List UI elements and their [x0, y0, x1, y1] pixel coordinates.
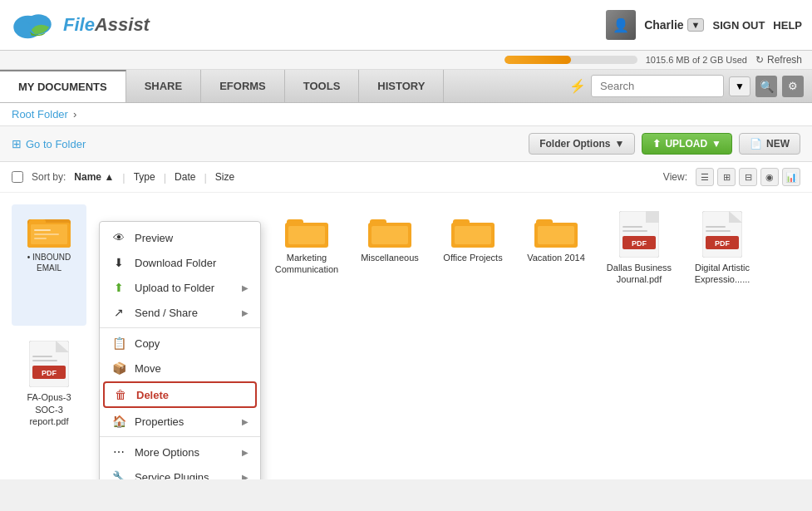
- tab-eforms[interactable]: EFORMS: [201, 70, 285, 102]
- user-dropdown[interactable]: ▼: [687, 18, 705, 32]
- delete-icon: 🗑: [113, 387, 128, 402]
- new-icon: 📄: [750, 138, 762, 150]
- ctx-download-folder[interactable]: ⬇ Download Folder: [100, 250, 260, 275]
- lightning-icon: ⚡: [569, 78, 586, 94]
- more-options-submenu-arrow: ▶: [242, 448, 249, 457]
- folder-options-button[interactable]: Folder Options ▼: [529, 133, 635, 155]
- upload-button[interactable]: ⬆ UPLOAD ▼: [642, 133, 732, 155]
- view-icons: ☰ ⊞ ⊟ ◉ 📊: [696, 168, 800, 186]
- ctx-upload-to-folder[interactable]: ⬆ Upload to Folder ▶: [100, 275, 260, 300]
- tab-share[interactable]: SHARE: [126, 70, 202, 102]
- refresh-icon: ↻: [755, 54, 764, 66]
- preview-icon: 👁: [111, 230, 126, 245]
- svg-text:PDF: PDF: [632, 239, 647, 248]
- tab-my-documents[interactable]: MY DOCUMENTS: [0, 70, 126, 102]
- tab-history[interactable]: HISTORY: [359, 70, 444, 102]
- pdf-icon-fa-opus: PDF: [29, 341, 69, 387]
- sort-by-date[interactable]: Date: [175, 171, 195, 183]
- breadcrumb: Root Folder ›: [0, 103, 812, 126]
- file-name-dallas: Dallas Business Journal.pdf: [605, 262, 673, 286]
- search-settings-button[interactable]: ⚙: [782, 76, 804, 97]
- sort-label: Sort by:: [32, 171, 66, 183]
- properties-icon: 🏠: [111, 414, 126, 429]
- file-name-office: Office Projects: [443, 252, 502, 263]
- more-options-icon: ⋯: [111, 445, 126, 459]
- sort-by-name[interactable]: Name ▲: [74, 171, 114, 183]
- user-name: Charlie ▼: [644, 18, 704, 32]
- sort-name-arrow: ▲: [104, 171, 114, 183]
- upload-to-folder-icon: ⬆: [111, 280, 126, 295]
- file-name-inbound-email: • INBOUND EMAIL: [15, 252, 83, 273]
- ctx-preview[interactable]: 👁 Preview: [100, 225, 260, 250]
- avatar: 👤: [606, 10, 636, 40]
- file-name-vacation: Vacation 2014: [527, 252, 585, 263]
- logo-icon: [10, 7, 60, 43]
- ctx-more-options[interactable]: ⋯ More Options ▶: [100, 440, 260, 464]
- storage-bar-area: 1015.6 MB of 2 GB Used ↻ Refresh: [0, 51, 812, 70]
- view-thumb-icon[interactable]: ◉: [760, 168, 779, 186]
- file-name-misc: Miscellaneous: [361, 252, 419, 263]
- goto-folder-icon: ⊞: [12, 137, 22, 150]
- copy-icon: 📋: [111, 336, 126, 351]
- search-input[interactable]: [591, 75, 724, 97]
- toolbar: ⊞ Go to Folder Folder Options ▼ ⬆ UPLOAD…: [0, 126, 812, 162]
- upload-arrow-icon: ▼: [711, 138, 721, 150]
- file-item-dallas-journal[interactable]: PDF Dallas Business Journal.pdf: [602, 204, 677, 326]
- send-share-icon: ↗: [111, 305, 126, 320]
- file-item-marketing[interactable]: Marketing Communication: [269, 204, 344, 326]
- logo-area: FileAssist: [10, 7, 150, 43]
- ctx-delete[interactable]: 🗑 Delete: [103, 381, 257, 408]
- nav-tabs: MY DOCUMENTS SHARE EFORMS TOOLS HISTORY …: [0, 70, 812, 103]
- file-item-office-projects[interactable]: Office Projects: [436, 204, 510, 326]
- goto-folder-button[interactable]: ⊞ Go to Folder: [12, 137, 86, 150]
- ctx-service-plugins[interactable]: 🔧 Service Plugins ▶: [100, 464, 260, 479]
- file-item-fa-opus[interactable]: PDF FA-Opus-3 SOC-3 report.pdf: [12, 334, 86, 468]
- svg-rect-30: [623, 230, 647, 232]
- file-name-fa-opus: FA-Opus-3 SOC-3 report.pdf: [15, 391, 83, 427]
- sign-out-link[interactable]: SIGN OUT: [712, 19, 765, 32]
- ctx-separator-2: [100, 436, 260, 437]
- ctx-move[interactable]: 📦 Move: [100, 356, 260, 381]
- breadcrumb-root[interactable]: Root Folder: [12, 108, 68, 120]
- storage-text: 1015.6 MB of 2 GB Used: [646, 55, 747, 65]
- select-all-checkbox[interactable]: [12, 171, 23, 183]
- svg-rect-10: [34, 233, 59, 235]
- svg-rect-17: [372, 226, 408, 244]
- svg-rect-26: [646, 211, 659, 223]
- view-details-icon[interactable]: ⊟: [739, 168, 757, 186]
- svg-rect-35: [706, 226, 726, 228]
- view-list-icon[interactable]: ☰: [696, 168, 714, 186]
- ctx-copy[interactable]: 📋 Copy: [100, 331, 260, 356]
- svg-text:PDF: PDF: [42, 369, 57, 377]
- svg-rect-41: [32, 356, 52, 357]
- view-grid-icon[interactable]: ⊞: [717, 168, 736, 186]
- tab-tools[interactable]: TOOLS: [285, 70, 360, 102]
- svg-rect-14: [288, 226, 325, 244]
- ctx-properties[interactable]: 🏠 Properties ▶: [100, 409, 260, 434]
- service-plugins-submenu-arrow: ▶: [242, 473, 249, 480]
- send-share-submenu-arrow: ▶: [242, 308, 249, 317]
- search-dropdown-button[interactable]: ▼: [729, 76, 750, 96]
- toolbar-right: Folder Options ▼ ⬆ UPLOAD ▼ 📄 NEW: [529, 133, 800, 155]
- file-item-miscellaneous[interactable]: Miscellaneous: [352, 204, 427, 326]
- sort-by-type[interactable]: Type: [134, 171, 155, 183]
- folder-icon-misc: [368, 211, 411, 248]
- download-folder-icon: ⬇: [111, 255, 126, 270]
- properties-submenu-arrow: ▶: [242, 417, 249, 426]
- sort-by-size[interactable]: Size: [215, 171, 234, 183]
- file-item-vacation[interactable]: Vacation 2014: [519, 204, 593, 326]
- new-button[interactable]: 📄 NEW: [739, 133, 800, 155]
- svg-rect-29: [623, 226, 642, 228]
- search-button[interactable]: 🔍: [755, 76, 777, 97]
- ctx-separator-1: [100, 327, 260, 328]
- folder-icon-vacation: [534, 211, 578, 248]
- help-link[interactable]: HELP: [773, 19, 802, 32]
- user-area: 👤 Charlie ▼ SIGN OUT HELP: [606, 10, 802, 40]
- file-item-digital-artistic[interactable]: PDF Digital Artistic Expressio......: [685, 204, 760, 326]
- svg-rect-23: [538, 226, 574, 244]
- file-item-inbound-email[interactable]: • INBOUND EMAIL 👁 Preview ⬇ Download Fol…: [12, 204, 86, 326]
- svg-rect-20: [455, 226, 491, 244]
- view-chart-icon[interactable]: 📊: [782, 168, 800, 186]
- ctx-send-share[interactable]: ↗ Send / Share ▶: [100, 300, 260, 325]
- refresh-button[interactable]: ↻ Refresh: [755, 54, 802, 66]
